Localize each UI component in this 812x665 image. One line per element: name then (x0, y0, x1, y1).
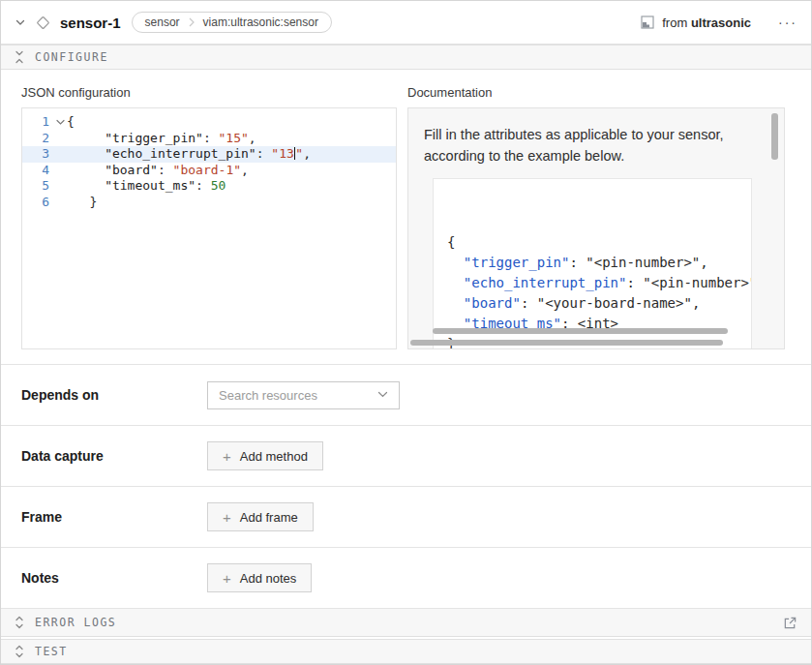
code-text: "echo_interrupt_pin": "13", (67, 146, 311, 163)
chevron-down-icon (377, 391, 388, 399)
collapse-chevron-icon[interactable] (15, 16, 26, 28)
line-number: 4 (22, 163, 53, 179)
fold-gutter (53, 178, 67, 195)
frame-row: Frame + Add frame (1, 486, 811, 547)
fold-gutter (53, 163, 67, 179)
component-header: sensor-1 sensor viam:ultrasonic:sensor f… (1, 1, 811, 45)
component-name[interactable]: sensor-1 (60, 15, 121, 31)
notes-label: Notes (21, 570, 207, 586)
code-text: "trigger_pin": "15", (67, 131, 256, 147)
collapse-section-icon (15, 50, 24, 64)
plus-icon: + (223, 449, 231, 464)
add-method-label: Add method (240, 449, 308, 464)
fold-gutter (53, 195, 67, 211)
component-type-badge: sensor viam:ultrasonic:sensor (132, 12, 332, 33)
editor-line-3[interactable]: 3 "echo_interrupt_pin": "13", (22, 146, 396, 163)
line-number: 1 (22, 114, 53, 131)
expand-section-icon (15, 616, 24, 629)
panel-vertical-scrollbar[interactable] (771, 113, 778, 160)
data-capture-label: Data capture (21, 448, 207, 464)
doc-code-line: { (447, 232, 751, 253)
plus-icon: + (223, 571, 231, 586)
fold-chevron-icon[interactable] (53, 114, 67, 131)
notes-row: Notes + Add notes (1, 547, 811, 608)
module-icon (641, 15, 654, 29)
from-label: from (662, 15, 687, 30)
module-name: ultrasonic (691, 15, 751, 30)
depends-on-placeholder: Search resources (219, 388, 317, 403)
documentation-code-example: { "trigger_pin": "<pin-number>", "echo_i… (433, 178, 752, 349)
editor-line-5[interactable]: 5 "timeout_ms": 50 (22, 178, 396, 195)
doc-code-line: "board": "<your-board-name>", (447, 293, 751, 314)
frame-label: Frame (21, 509, 207, 525)
line-number: 2 (22, 131, 53, 147)
documentation-panel: Fill in the attributes as applicable to … (407, 107, 785, 349)
badge-separator-chevron-icon (189, 17, 195, 27)
depends-on-label: Depends on (21, 387, 207, 403)
depends-on-row: Depends on Search resources (1, 364, 811, 425)
configure-section-bar[interactable]: CONFIGURE (1, 45, 811, 70)
panel-horizontal-scrollbar[interactable] (410, 340, 723, 346)
sensor-component-icon (35, 15, 51, 31)
documentation-intro-text: Fill in the attributes as applicable to … (424, 124, 765, 166)
code-text: } (67, 195, 97, 211)
editor-line-2[interactable]: 2 "trigger_pin": "15", (22, 131, 396, 147)
editor-line-4[interactable]: 4 "board": "board-1", (22, 163, 396, 179)
error-logs-section-label: ERROR LOGS (35, 616, 116, 629)
test-section-bar[interactable]: TEST (1, 639, 811, 664)
configure-section-body: JSON configuration 1{2 "trigger_pin": "1… (1, 70, 811, 364)
fold-gutter (53, 131, 67, 147)
json-editor-lines: 1{2 "trigger_pin": "15",3 "echo_interrup… (22, 114, 396, 210)
configure-section-label: CONFIGURE (35, 50, 108, 64)
open-external-icon[interactable] (783, 616, 797, 630)
line-number: 6 (22, 195, 53, 211)
fold-gutter (53, 146, 67, 163)
more-options-button[interactable]: ··· (778, 15, 797, 30)
editor-line-1[interactable]: 1{ (22, 114, 396, 131)
json-configuration-label: JSON configuration (21, 85, 397, 100)
documentation-label: Documentation (407, 85, 785, 100)
module-source-text: from ultrasonic (662, 15, 751, 30)
code-text: "timeout_ms": 50 (67, 178, 226, 195)
doc-code-line: "echo_interrupt_pin": "<pin-number>", (447, 273, 751, 293)
depends-on-select[interactable]: Search resources (207, 381, 400, 409)
line-number: 5 (22, 178, 53, 195)
error-logs-section-bar[interactable]: ERROR LOGS (1, 608, 811, 637)
component-card: sensor-1 sensor viam:ultrasonic:sensor f… (0, 0, 812, 665)
test-section-label: TEST (35, 645, 68, 658)
code-text: { (67, 114, 75, 131)
component-model: viam:ultrasonic:sensor (203, 15, 318, 29)
add-frame-label: Add frame (240, 510, 298, 525)
code-text: "board": "board-1", (67, 163, 249, 179)
line-number: 3 (22, 146, 53, 163)
doc-code-line: "trigger_pin": "<pin-number>", (447, 253, 751, 273)
data-capture-row: Data capture + Add method (1, 425, 811, 486)
component-type: sensor (145, 15, 180, 29)
expand-section-icon (15, 645, 24, 658)
add-frame-button[interactable]: + Add frame (207, 502, 314, 531)
editor-line-6[interactable]: 6 } (22, 195, 396, 211)
add-notes-button[interactable]: + Add notes (207, 563, 312, 592)
json-editor[interactable]: 1{2 "trigger_pin": "15",3 "echo_interrup… (21, 107, 397, 349)
add-notes-label: Add notes (240, 571, 297, 586)
code-horizontal-scrollbar[interactable] (433, 328, 728, 334)
plus-icon: + (223, 510, 231, 525)
add-method-button[interactable]: + Add method (207, 441, 323, 470)
